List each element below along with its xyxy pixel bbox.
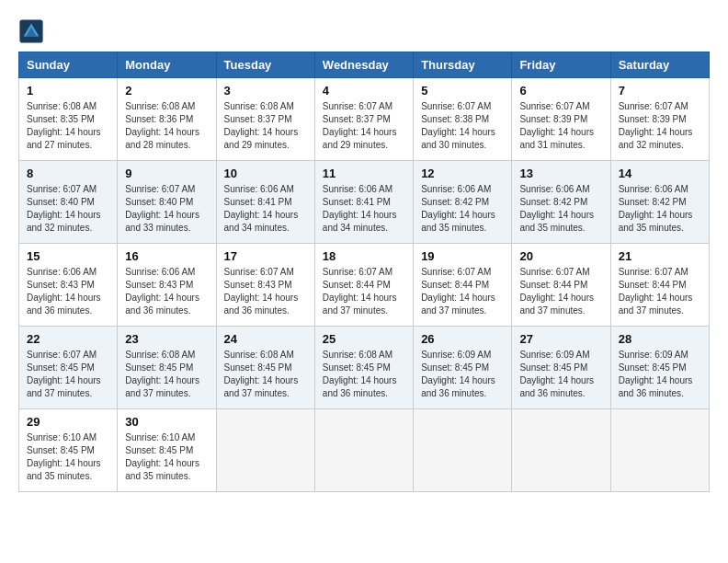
column-header-monday: Monday bbox=[118, 52, 216, 78]
day-number: 6 bbox=[519, 84, 602, 98]
calendar-cell: 12Sunrise: 6:06 AMSunset: 8:42 PMDayligh… bbox=[414, 161, 512, 244]
day-number: 14 bbox=[619, 167, 701, 180]
calendar-cell: 13Sunrise: 6:06 AMSunset: 8:42 PMDayligh… bbox=[512, 161, 610, 244]
day-number: 15 bbox=[27, 249, 109, 263]
calendar-cell: 29Sunrise: 6:10 AMSunset: 8:45 PMDayligh… bbox=[19, 409, 118, 492]
day-number: 30 bbox=[125, 415, 208, 429]
day-number: 5 bbox=[421, 84, 504, 98]
cell-info: Sunrise: 6:07 AMSunset: 8:38 PMDaylight:… bbox=[421, 100, 504, 152]
calendar-cell: 17Sunrise: 6:07 AMSunset: 8:43 PMDayligh… bbox=[216, 244, 314, 327]
calendar-cell: 26Sunrise: 6:09 AMSunset: 8:45 PMDayligh… bbox=[414, 327, 512, 409]
day-number: 19 bbox=[421, 249, 504, 263]
calendar-cell: 4Sunrise: 6:07 AMSunset: 8:37 PMDaylight… bbox=[314, 78, 413, 161]
calendar-cell: 18Sunrise: 6:07 AMSunset: 8:44 PMDayligh… bbox=[314, 244, 413, 327]
calendar-cell: 3Sunrise: 6:08 AMSunset: 8:37 PMDaylight… bbox=[216, 78, 314, 161]
calendar-cell: 10Sunrise: 6:06 AMSunset: 8:41 PMDayligh… bbox=[216, 161, 314, 244]
calendar-cell: 5Sunrise: 6:07 AMSunset: 8:38 PMDaylight… bbox=[414, 78, 512, 161]
cell-info: Sunrise: 6:08 AMSunset: 8:36 PMDaylight:… bbox=[125, 100, 208, 152]
calendar-cell: 22Sunrise: 6:07 AMSunset: 8:45 PMDayligh… bbox=[19, 327, 118, 409]
calendar-cell: 14Sunrise: 6:06 AMSunset: 8:42 PMDayligh… bbox=[610, 161, 709, 244]
calendar-week-4: 22Sunrise: 6:07 AMSunset: 8:45 PMDayligh… bbox=[19, 327, 710, 409]
cell-info: Sunrise: 6:08 AMSunset: 8:45 PMDaylight:… bbox=[125, 349, 208, 400]
cell-info: Sunrise: 6:06 AMSunset: 8:43 PMDaylight:… bbox=[27, 266, 109, 317]
day-number: 13 bbox=[519, 167, 602, 180]
calendar-cell: 27Sunrise: 6:09 AMSunset: 8:45 PMDayligh… bbox=[512, 327, 610, 409]
cell-info: Sunrise: 6:08 AMSunset: 8:45 PMDaylight:… bbox=[323, 349, 405, 400]
day-number: 9 bbox=[125, 167, 208, 180]
calendar-cell: 21Sunrise: 6:07 AMSunset: 8:44 PMDayligh… bbox=[610, 244, 709, 327]
calendar-cell: 7Sunrise: 6:07 AMSunset: 8:39 PMDaylight… bbox=[610, 78, 709, 161]
column-header-tuesday: Tuesday bbox=[216, 52, 314, 78]
day-number: 10 bbox=[224, 167, 307, 180]
cell-info: Sunrise: 6:08 AMSunset: 8:35 PMDaylight:… bbox=[27, 100, 109, 152]
cell-info: Sunrise: 6:06 AMSunset: 8:42 PMDaylight:… bbox=[421, 183, 504, 235]
calendar-cell bbox=[414, 409, 512, 492]
calendar-cell bbox=[610, 409, 709, 492]
day-number: 1 bbox=[27, 84, 109, 98]
calendar-cell: 1Sunrise: 6:08 AMSunset: 8:35 PMDaylight… bbox=[19, 78, 118, 161]
cell-info: Sunrise: 6:06 AMSunset: 8:42 PMDaylight:… bbox=[519, 183, 602, 235]
cell-info: Sunrise: 6:06 AMSunset: 8:41 PMDaylight:… bbox=[224, 183, 307, 235]
cell-info: Sunrise: 6:07 AMSunset: 8:37 PMDaylight:… bbox=[323, 100, 405, 152]
calendar-cell: 23Sunrise: 6:08 AMSunset: 8:45 PMDayligh… bbox=[118, 327, 216, 409]
logo bbox=[18, 18, 48, 44]
cell-info: Sunrise: 6:07 AMSunset: 8:40 PMDaylight:… bbox=[27, 183, 109, 235]
calendar-week-2: 8Sunrise: 6:07 AMSunset: 8:40 PMDaylight… bbox=[19, 161, 710, 244]
cell-info: Sunrise: 6:07 AMSunset: 8:44 PMDaylight:… bbox=[519, 266, 602, 317]
calendar-cell: 2Sunrise: 6:08 AMSunset: 8:36 PMDaylight… bbox=[118, 78, 216, 161]
cell-info: Sunrise: 6:08 AMSunset: 8:37 PMDaylight:… bbox=[224, 100, 307, 152]
day-number: 21 bbox=[619, 249, 701, 263]
cell-info: Sunrise: 6:07 AMSunset: 8:40 PMDaylight:… bbox=[125, 183, 208, 235]
day-number: 22 bbox=[27, 332, 109, 346]
cell-info: Sunrise: 6:10 AMSunset: 8:45 PMDaylight:… bbox=[27, 431, 109, 483]
cell-info: Sunrise: 6:07 AMSunset: 8:44 PMDaylight:… bbox=[323, 266, 405, 317]
column-header-thursday: Thursday bbox=[414, 52, 512, 78]
cell-info: Sunrise: 6:06 AMSunset: 8:42 PMDaylight:… bbox=[619, 183, 701, 235]
calendar-header-row: SundayMondayTuesdayWednesdayThursdayFrid… bbox=[19, 52, 710, 78]
calendar-cell: 20Sunrise: 6:07 AMSunset: 8:44 PMDayligh… bbox=[512, 244, 610, 327]
day-number: 24 bbox=[224, 332, 307, 346]
day-number: 20 bbox=[519, 249, 602, 263]
day-number: 3 bbox=[224, 84, 307, 98]
day-number: 29 bbox=[27, 415, 109, 429]
cell-info: Sunrise: 6:07 AMSunset: 8:39 PMDaylight:… bbox=[519, 100, 602, 152]
calendar-cell: 25Sunrise: 6:08 AMSunset: 8:45 PMDayligh… bbox=[314, 327, 413, 409]
day-number: 2 bbox=[125, 84, 208, 98]
day-number: 16 bbox=[125, 249, 208, 263]
logo-icon bbox=[18, 18, 44, 44]
cell-info: Sunrise: 6:07 AMSunset: 8:44 PMDaylight:… bbox=[619, 266, 701, 317]
day-number: 27 bbox=[519, 332, 602, 346]
calendar-cell bbox=[314, 409, 413, 492]
cell-info: Sunrise: 6:07 AMSunset: 8:39 PMDaylight:… bbox=[619, 100, 701, 152]
cell-info: Sunrise: 6:07 AMSunset: 8:44 PMDaylight:… bbox=[421, 266, 504, 317]
day-number: 8 bbox=[27, 167, 109, 180]
calendar-cell bbox=[512, 409, 610, 492]
column-header-friday: Friday bbox=[512, 52, 610, 78]
calendar-cell: 28Sunrise: 6:09 AMSunset: 8:45 PMDayligh… bbox=[610, 327, 709, 409]
column-header-sunday: Sunday bbox=[19, 52, 118, 78]
day-number: 26 bbox=[421, 332, 504, 346]
cell-info: Sunrise: 6:07 AMSunset: 8:43 PMDaylight:… bbox=[224, 266, 307, 317]
calendar-cell bbox=[216, 409, 314, 492]
column-header-wednesday: Wednesday bbox=[314, 52, 413, 78]
calendar-cell: 16Sunrise: 6:06 AMSunset: 8:43 PMDayligh… bbox=[118, 244, 216, 327]
day-number: 28 bbox=[619, 332, 701, 346]
column-header-saturday: Saturday bbox=[610, 52, 709, 78]
calendar-cell: 19Sunrise: 6:07 AMSunset: 8:44 PMDayligh… bbox=[414, 244, 512, 327]
day-number: 18 bbox=[323, 249, 405, 263]
calendar-cell: 11Sunrise: 6:06 AMSunset: 8:41 PMDayligh… bbox=[314, 161, 413, 244]
cell-info: Sunrise: 6:09 AMSunset: 8:45 PMDaylight:… bbox=[421, 349, 504, 400]
cell-info: Sunrise: 6:06 AMSunset: 8:41 PMDaylight:… bbox=[323, 183, 405, 235]
day-number: 12 bbox=[421, 167, 504, 180]
day-number: 23 bbox=[125, 332, 208, 346]
page-header bbox=[18, 18, 710, 44]
cell-info: Sunrise: 6:10 AMSunset: 8:45 PMDaylight:… bbox=[125, 431, 208, 483]
calendar-cell: 30Sunrise: 6:10 AMSunset: 8:45 PMDayligh… bbox=[118, 409, 216, 492]
cell-info: Sunrise: 6:09 AMSunset: 8:45 PMDaylight:… bbox=[619, 349, 701, 400]
calendar-week-5: 29Sunrise: 6:10 AMSunset: 8:45 PMDayligh… bbox=[19, 409, 710, 492]
calendar-cell: 6Sunrise: 6:07 AMSunset: 8:39 PMDaylight… bbox=[512, 78, 610, 161]
calendar-cell: 8Sunrise: 6:07 AMSunset: 8:40 PMDaylight… bbox=[19, 161, 118, 244]
calendar-cell: 9Sunrise: 6:07 AMSunset: 8:40 PMDaylight… bbox=[118, 161, 216, 244]
day-number: 7 bbox=[619, 84, 701, 98]
day-number: 4 bbox=[323, 84, 405, 98]
